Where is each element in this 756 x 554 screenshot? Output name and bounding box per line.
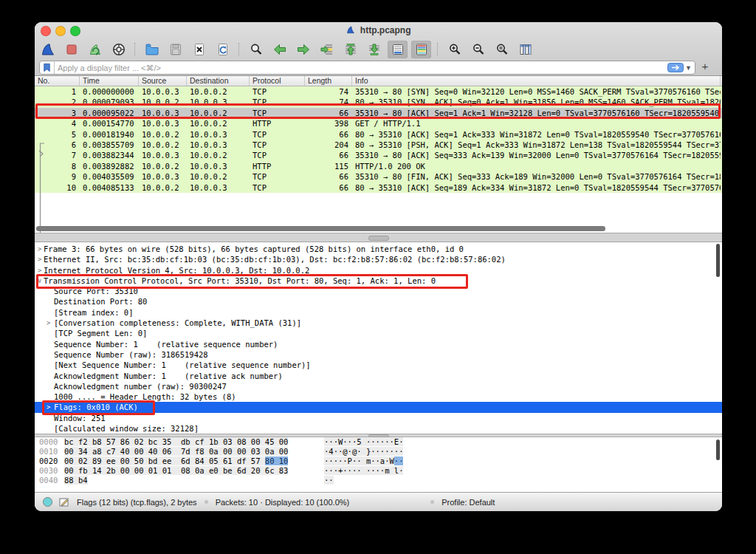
hex-dump-row[interactable]: 003000 fb 14 2b 00 00 01 01 08 0a e0 be … <box>35 466 722 476</box>
detail-line[interactable]: [TCP Segment Len: 0] <box>35 328 722 338</box>
reload-file-button[interactable] <box>213 41 233 58</box>
ascii-byte-run[interactable]: ···W···5 ······E· <box>324 437 403 446</box>
collapsed-chevron-icon[interactable]: > <box>38 254 41 264</box>
hex-bytes[interactable]: 00 34 a8 c7 40 00 40 06 7d f8 0a 00 00 0… <box>64 447 288 456</box>
resize-columns-button[interactable] <box>515 41 535 58</box>
detail-line[interactable]: ∨Transmission Control Protocol, Src Port… <box>35 276 722 286</box>
colorize-button[interactable] <box>411 41 431 58</box>
close-file-button[interactable] <box>189 41 209 58</box>
hex-byte-run[interactable]: 00 02 89 ee 00 50 bd ee 6d 84 05 61 df 5… <box>64 456 265 465</box>
zoom-in-button[interactable] <box>444 41 464 58</box>
ascii-bytes[interactable]: ·····P·· m··a·W·· <box>324 456 403 466</box>
selected-hex-bytes[interactable]: 80 10 <box>265 456 289 465</box>
restart-capture-button[interactable] <box>85 41 105 58</box>
detail-line[interactable]: Sequence Number: 1 (relative sequence nu… <box>35 339 722 349</box>
detail-line[interactable]: Sequence Number (raw): 3186519428 <box>35 349 722 360</box>
zoom-out-button[interactable] <box>468 41 488 58</box>
column-header-destination[interactable]: Destination <box>187 76 250 86</box>
detail-line[interactable]: Window: 251 <box>35 413 722 423</box>
detail-line[interactable]: Acknowledgment Number: 1 (relative ack n… <box>35 371 722 381</box>
ascii-byte-run[interactable]: ···+···· ····m l· <box>324 466 403 475</box>
collapsed-chevron-icon[interactable]: > <box>38 265 41 276</box>
collapsed-chevron-icon[interactable]: > <box>47 318 50 328</box>
hex-bytes[interactable]: bc f2 b8 57 86 02 bc 35 db cf 1b 03 08 0… <box>64 437 288 447</box>
packet-list-horizontal-scrollbar[interactable] <box>36 226 605 231</box>
hex-byte-run[interactable]: 00 fb 14 2b 00 00 01 01 08 0a e0 be 6d 2… <box>64 466 288 475</box>
go-back-button[interactable] <box>269 41 289 58</box>
ascii-bytes[interactable]: ···+···· ····m l· <box>324 466 403 476</box>
details-vertical-scrollbar[interactable] <box>716 244 720 277</box>
start-capture-button[interactable] <box>38 41 58 58</box>
zoom-original-button[interactable] <box>492 41 512 58</box>
packet-row-9[interactable]: 90.00403550910.0.0.310.0.0.2TCP6635310 →… <box>35 171 722 182</box>
detail-line[interactable]: >Ethernet II, Src: bc:35:db:cf:1b:03 (bc… <box>35 254 722 264</box>
hex-byte-run[interactable]: 00 34 a8 c7 40 00 40 06 7d f8 0a 00 00 0… <box>64 447 288 456</box>
packet-row-5[interactable]: 50.00018194010.0.0.210.0.0.3TCP6680 → 35… <box>35 129 722 140</box>
expanded-chevron-icon[interactable]: ∨ <box>38 276 41 286</box>
find-packet-button[interactable] <box>246 41 266 58</box>
go-to-packet-button[interactable] <box>317 41 337 58</box>
packet-row-1[interactable]: 10.00000000010.0.0.310.0.0.2TCP7435310 →… <box>35 86 722 97</box>
filter-dropdown-arrow[interactable]: ▼ <box>685 64 692 72</box>
apply-filter-button[interactable] <box>667 63 684 72</box>
detail-line[interactable]: Source Port: 35310 <box>35 286 722 296</box>
packet-row-6[interactable]: 60.00385570910.0.0.210.0.0.3TCP20480 → 3… <box>35 140 722 150</box>
ascii-byte-run[interactable]: ·4··@·@· }······· <box>324 447 403 456</box>
hex-bytes[interactable]: 00 fb 14 2b 00 00 01 01 08 0a e0 be 6d 2… <box>64 466 288 476</box>
packet-row-8[interactable]: 80.00389288210.0.0.210.0.0.3HTTP115HTTP/… <box>35 161 722 171</box>
pane-divider-top[interactable] <box>35 233 722 242</box>
packet-row-4[interactable]: 40.00015477010.0.0.310.0.0.2HTTP398GET /… <box>35 118 722 129</box>
open-file-button[interactable] <box>142 41 162 58</box>
capture-options-button[interactable] <box>109 41 128 58</box>
detail-line[interactable]: >Flags: 0x010 (ACK) <box>35 402 722 412</box>
column-header-protocol[interactable]: Protocol <box>250 76 305 86</box>
hex-byte-run[interactable]: bc f2 b8 57 86 02 bc 35 db cf 1b 03 08 0… <box>64 437 288 446</box>
go-forward-button[interactable] <box>293 41 313 58</box>
bytes-vertical-scrollbar[interactable] <box>716 440 720 460</box>
column-header-info[interactable]: Info <box>352 76 721 86</box>
go-to-top-button[interactable] <box>340 41 360 58</box>
detail-line[interactable]: >[Conversation completeness: Complete, W… <box>35 318 722 328</box>
stop-capture-button[interactable] <box>61 41 81 58</box>
add-filter-button-plus[interactable]: + <box>698 60 712 73</box>
hex-dump-row[interactable]: 004088 b4·· <box>35 476 722 485</box>
status-profile[interactable]: Profile: Default <box>441 498 495 507</box>
detail-line[interactable]: >Frame 3: 66 bytes on wire (528 bits), 6… <box>35 244 722 254</box>
hex-bytes[interactable]: 88 b4 <box>64 476 88 485</box>
packet-row-7[interactable]: 70.00388234410.0.0.310.0.0.2TCP6635310 →… <box>35 150 722 160</box>
column-header-time[interactable]: Time <box>80 76 139 86</box>
detail-line[interactable]: [Calculated window size: 32128] <box>35 423 722 434</box>
divider-handle[interactable] <box>368 236 389 241</box>
column-header-source[interactable]: Source <box>139 76 187 86</box>
display-filter-input[interactable] <box>55 62 667 73</box>
column-header-length[interactable]: Length <box>305 76 352 86</box>
collapsed-chevron-icon[interactable]: > <box>47 402 50 412</box>
ascii-bytes[interactable]: ·· <box>324 476 334 485</box>
hex-dump-row[interactable]: 0000bc f2 b8 57 86 02 bc 35 db cf 1b 03 … <box>35 437 722 447</box>
ascii-byte-run[interactable]: ·· <box>324 476 334 485</box>
selected-ascii-bytes[interactable]: ·· <box>394 456 404 465</box>
detail-line[interactable]: Destination Port: 80 <box>35 296 722 307</box>
detail-line[interactable]: Acknowledgment number (raw): 90300247 <box>35 381 722 391</box>
hex-bytes[interactable]: 00 02 89 ee 00 50 bd ee 6d 84 05 61 df 5… <box>64 456 288 466</box>
detail-line[interactable]: 1000 .... = Header Length: 32 bytes (8) <box>35 391 722 402</box>
ascii-bytes[interactable]: ···W···5 ······E· <box>324 437 403 447</box>
collapsed-chevron-icon[interactable]: > <box>38 244 41 254</box>
detail-line[interactable]: [Stream index: 0] <box>35 307 722 318</box>
packet-row-10[interactable]: 100.00408513310.0.0.210.0.0.3TCP6680 → 3… <box>35 182 722 193</box>
column-header-no[interactable]: No. <box>35 76 80 86</box>
detail-line[interactable]: >Internet Protocol Version 4, Src: 10.0.… <box>35 265 722 276</box>
ascii-byte-run[interactable]: ·····P·· m··a·W <box>324 456 394 465</box>
detail-line[interactable]: [Next Sequence Number: 1 (relative seque… <box>35 360 722 370</box>
filter-bookmark-icon[interactable] <box>40 61 55 74</box>
capture-comment-icon[interactable] <box>59 497 69 507</box>
auto-scroll-button[interactable] <box>388 41 408 58</box>
ascii-bytes[interactable]: ·4··@·@· }······· <box>324 447 403 456</box>
expert-info-icon[interactable] <box>42 496 53 507</box>
hex-dump-row[interactable]: 002000 02 89 ee 00 50 bd ee 6d 84 05 61 … <box>35 456 722 466</box>
packet-row-3[interactable]: 30.00009502210.0.0.310.0.0.2TCP6635310 →… <box>35 108 722 118</box>
packet-row-2[interactable]: 20.00007909310.0.0.210.0.0.3TCP7480 → 35… <box>35 97 722 107</box>
hex-dump-row[interactable]: 001000 34 a8 c7 40 00 40 06 7d f8 0a 00 … <box>35 447 722 456</box>
go-to-bottom-button[interactable] <box>364 41 384 58</box>
save-file-button[interactable] <box>165 41 185 58</box>
